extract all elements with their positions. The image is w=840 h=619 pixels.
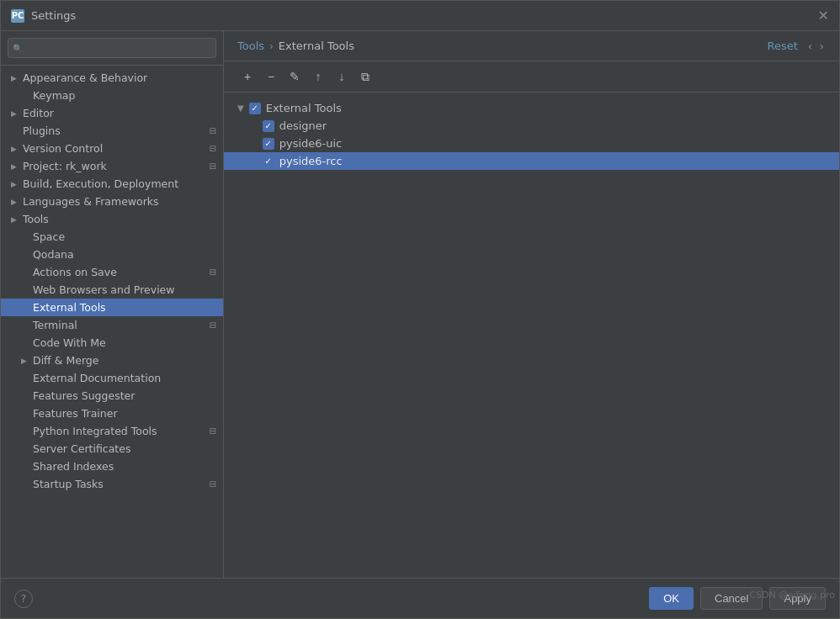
- badge-icon: ⊟: [210, 479, 216, 489]
- sidebar-label: Server Certificates: [33, 442, 130, 455]
- sidebar-label: Plugins: [23, 124, 61, 137]
- badge-icon: ⊟: [210, 426, 216, 436]
- watermark: CSDN @aifeng.pro: [744, 588, 840, 602]
- sidebar: ▶ Appearance & Behavior ▶ Keymap ▶ Edito…: [1, 31, 224, 578]
- dialog-body: ▶ Appearance & Behavior ▶ Keymap ▶ Edito…: [1, 31, 839, 578]
- sidebar-label: Web Browsers and Preview: [33, 283, 175, 296]
- sidebar-label: Startup Tasks: [33, 478, 104, 490]
- remove-button[interactable]: −: [261, 66, 281, 87]
- content-row-designer[interactable]: ▶ designer: [224, 117, 839, 135]
- breadcrumb-nav: ‹ ›: [806, 40, 826, 53]
- sidebar-label: Version Control: [23, 142, 103, 155]
- search-input[interactable]: [8, 38, 216, 58]
- app-icon: PC: [11, 9, 24, 23]
- sidebar-item-version-control[interactable]: ▶ Version Control ⊟: [1, 140, 223, 157]
- settings-dialog: PC Settings ✕ ▶ Appearance & Behavior ▶: [0, 0, 840, 619]
- sidebar-item-actions-on-save[interactable]: ▶ Actions on Save ⊟: [1, 263, 223, 281]
- sidebar-label: Diff & Merge: [33, 354, 98, 367]
- title-bar-left: PC Settings: [11, 9, 76, 23]
- checkbox-pyside6-rcc[interactable]: [263, 156, 274, 167]
- edit-button[interactable]: ✎: [284, 66, 305, 87]
- search-box: [1, 31, 223, 66]
- sidebar-label: Project: rk_work: [23, 160, 107, 172]
- move-down-button[interactable]: ↓: [332, 66, 352, 87]
- badge-icon: ⊟: [210, 320, 216, 330]
- chevron-right-icon: ▶: [11, 145, 19, 153]
- add-button[interactable]: +: [237, 66, 258, 87]
- footer-left: ?: [14, 590, 33, 608]
- chevron-right-icon: ▶: [11, 74, 19, 82]
- sidebar-label: Python Integrated Tools: [33, 425, 157, 437]
- sidebar-label: Qodana: [33, 248, 74, 261]
- chevron-down-icon: ▶: [11, 215, 19, 224]
- forward-button[interactable]: ›: [817, 40, 826, 53]
- sidebar-item-shared-indexes[interactable]: ▶ Shared Indexes: [1, 458, 223, 475]
- sidebar-item-project[interactable]: ▶ Project: rk_work ⊟: [1, 157, 223, 175]
- sidebar-item-space[interactable]: ▶ Space: [1, 228, 223, 246]
- sidebar-item-features-trainer[interactable]: ▶ Features Trainer: [1, 405, 223, 422]
- sidebar-label: Editor: [23, 107, 54, 119]
- content-label: designer: [279, 119, 327, 132]
- move-up-button[interactable]: ↑: [308, 66, 328, 87]
- checkbox-external-tools-group[interactable]: [249, 103, 261, 114]
- sidebar-item-build-execution[interactable]: ▶ Build, Execution, Deployment: [1, 175, 223, 193]
- sidebar-item-appearance-behavior[interactable]: ▶ Appearance & Behavior: [1, 69, 223, 87]
- content-label: pyside6-uic: [279, 137, 343, 150]
- chevron-right-icon: ▶: [21, 357, 29, 365]
- chevron-right-icon: ▶: [11, 198, 19, 206]
- sidebar-item-tools[interactable]: ▶ Tools: [1, 210, 223, 228]
- sidebar-item-code-with-me[interactable]: ▶ Code With Me: [1, 334, 223, 352]
- sidebar-item-languages[interactable]: ▶ Languages & Frameworks: [1, 193, 223, 210]
- sidebar-item-external-documentation[interactable]: ▶ External Documentation: [1, 369, 223, 387]
- sidebar-item-keymap[interactable]: ▶ Keymap: [1, 87, 223, 104]
- sidebar-item-server-certificates[interactable]: ▶ Server Certificates: [1, 440, 223, 458]
- close-button[interactable]: ✕: [818, 9, 829, 23]
- badge-icon: ⊟: [210, 126, 216, 135]
- reset-button[interactable]: Reset: [767, 40, 797, 52]
- badge-icon: ⊟: [210, 144, 216, 153]
- toolbar: + − ✎ ↑ ↓ ⧉: [224, 61, 839, 93]
- checkbox-designer[interactable]: [263, 120, 274, 132]
- sidebar-label: Appearance & Behavior: [23, 71, 147, 84]
- sidebar-label: Code With Me: [33, 336, 106, 349]
- sidebar-tree: ▶ Appearance & Behavior ▶ Keymap ▶ Edito…: [1, 66, 223, 578]
- sidebar-item-web-browsers[interactable]: ▶ Web Browsers and Preview: [1, 281, 223, 299]
- ok-button[interactable]: OK: [649, 587, 694, 610]
- content-row-external-tools-group[interactable]: ▼ External Tools: [224, 99, 839, 117]
- sidebar-label: External Documentation: [33, 372, 161, 384]
- sidebar-label: External Tools: [33, 301, 106, 314]
- sidebar-item-editor[interactable]: ▶ Editor: [1, 104, 223, 122]
- sidebar-label: Shared Indexes: [33, 460, 114, 473]
- sidebar-item-qodana[interactable]: ▶ Qodana: [1, 246, 223, 263]
- sidebar-item-terminal[interactable]: ▶ Terminal ⊟: [1, 316, 223, 334]
- breadcrumb-parent[interactable]: Tools: [237, 40, 264, 52]
- sidebar-item-python-integrated-tools[interactable]: ▶ Python Integrated Tools ⊟: [1, 422, 223, 440]
- sidebar-label: Features Suggester: [33, 389, 135, 402]
- expanded-arrow-icon: ▼: [237, 103, 244, 113]
- sidebar-item-external-tools[interactable]: ▶ External Tools: [1, 299, 223, 316]
- sidebar-label: Features Trainer: [33, 407, 118, 420]
- breadcrumb-separator: ›: [269, 40, 274, 52]
- content-tree: ▼ External Tools ▶ designer ▶ pyside6-ui…: [224, 93, 839, 578]
- content-row-pyside6-rcc[interactable]: ▶ pyside6-rcc: [224, 152, 839, 170]
- checkbox-pyside6-uic[interactable]: [263, 138, 274, 150]
- sidebar-label: Actions on Save: [33, 266, 117, 278]
- back-button[interactable]: ‹: [806, 40, 815, 53]
- sidebar-label: Terminal: [33, 319, 77, 331]
- sidebar-item-diff-merge[interactable]: ▶ Diff & Merge: [1, 352, 223, 369]
- sidebar-label: Keymap: [33, 89, 75, 102]
- sidebar-item-startup-tasks[interactable]: ▶ Startup Tasks ⊟: [1, 475, 223, 493]
- window-title: Settings: [31, 9, 76, 22]
- breadcrumb-current: External Tools: [279, 40, 354, 52]
- badge-icon: ⊟: [210, 161, 216, 171]
- sidebar-item-plugins[interactable]: ▶ Plugins ⊟: [1, 122, 223, 140]
- sidebar-item-features-suggester[interactable]: ▶ Features Suggester: [1, 387, 223, 405]
- copy-button[interactable]: ⧉: [355, 66, 375, 87]
- sidebar-label: Space: [33, 230, 65, 243]
- content-row-pyside6-uic[interactable]: ▶ pyside6-uic: [224, 135, 839, 152]
- chevron-right-icon: ▶: [11, 109, 19, 118]
- content-label: External Tools: [266, 102, 342, 114]
- help-button[interactable]: ?: [14, 590, 33, 608]
- title-bar: PC Settings ✕: [1, 1, 839, 31]
- sidebar-label: Build, Execution, Deployment: [23, 177, 178, 190]
